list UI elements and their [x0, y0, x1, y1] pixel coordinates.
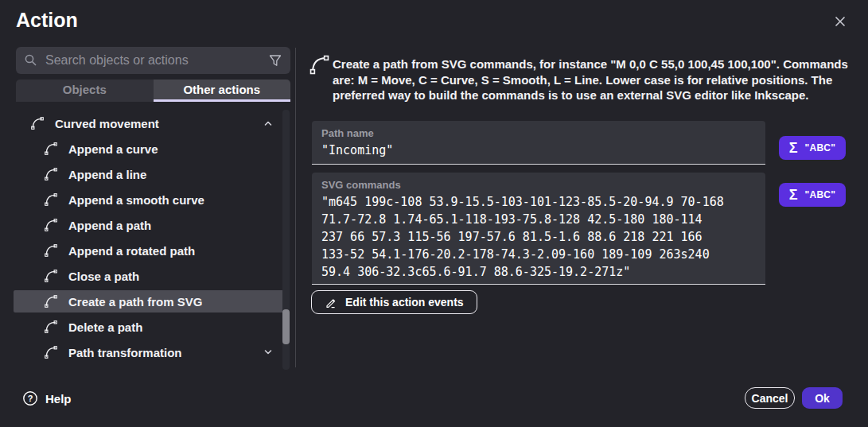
path-name-value[interactable]: "Incoming" — [321, 142, 756, 159]
curve-path-icon — [44, 218, 58, 232]
action-list: Curved movement Append a curve Append a … — [14, 112, 284, 367]
svg-text:?: ? — [28, 394, 33, 403]
edit-action-events-label: Edit this action events — [345, 296, 464, 309]
path-name-field[interactable]: Path name "Incoming" — [312, 121, 765, 165]
chevron-down-icon — [263, 347, 274, 358]
action-list-item-label: Delete a path — [68, 320, 142, 334]
action-list-item-label: Append a smooth curve — [68, 193, 204, 207]
action-list-item[interactable]: Append a line — [14, 163, 284, 185]
action-list-item-label: Append a line — [68, 168, 146, 181]
help-icon[interactable]: ? — [22, 390, 38, 406]
action-list-item-label: Path transformation — [68, 346, 182, 359]
action-list-item[interactable]: Append a rotated path — [14, 239, 284, 262]
help-label[interactable]: Help — [45, 392, 72, 406]
panel-divider — [295, 48, 296, 367]
edit-action-events-button[interactable]: Edit this action events — [311, 290, 477, 314]
tab-bar: Objects Other actions — [16, 80, 290, 102]
action-list-item[interactable]: Append a path — [14, 214, 284, 236]
action-list-item-label: Close a path — [68, 270, 139, 283]
sigma-icon: Σ — [789, 187, 798, 204]
path-name-label: Path name — [321, 127, 756, 139]
tab-objects[interactable]: Objects — [16, 80, 154, 102]
action-list-item[interactable]: Delete a path — [14, 316, 284, 338]
tab-other-actions[interactable]: Other actions — [154, 80, 291, 102]
curve-path-icon — [44, 167, 58, 181]
close-icon — [833, 14, 847, 29]
formula-abc-label: "ABC" — [804, 189, 835, 200]
curve-path-icon — [30, 116, 45, 130]
action-list-item-label: Curved movement — [55, 117, 159, 130]
formula-abc-label: "ABC" — [804, 142, 835, 153]
search-icon — [24, 53, 38, 68]
action-list-item-label: Append a curve — [68, 142, 158, 156]
curve-path-icon — [44, 192, 58, 207]
action-list-item-label: Append a rotated path — [68, 244, 195, 258]
action-list-item[interactable]: Close a path — [14, 265, 284, 287]
curve-path-icon — [44, 142, 58, 156]
close-button[interactable] — [828, 10, 852, 33]
search-input[interactable] — [45, 53, 261, 68]
action-list-item[interactable]: Curved movement — [14, 112, 284, 134]
curve-path-icon — [44, 243, 58, 258]
curve-path-icon — [44, 320, 58, 334]
action-description: Create a path from SVG commands, for ins… — [333, 56, 856, 103]
pencil-icon — [325, 296, 337, 309]
action-list-item-label: Append a path — [68, 219, 151, 232]
chevron-up-icon — [263, 118, 274, 129]
curve-path-icon — [44, 294, 58, 309]
scrollbar-thumb[interactable] — [282, 309, 290, 344]
cancel-button[interactable]: Cancel — [745, 387, 795, 409]
dialog-title: Action — [16, 9, 78, 32]
search-box — [16, 47, 290, 74]
filter-icon[interactable] — [268, 53, 282, 68]
curve-path-icon — [309, 54, 330, 76]
svg-commands-field[interactable]: SVG commands "m645 199c-108 53.9-15.5-10… — [312, 173, 765, 285]
formula-toggle-path-name-button[interactable]: Σ "ABC" — [779, 136, 846, 160]
scrollbar-track[interactable] — [282, 110, 290, 370]
ok-button[interactable]: Ok — [802, 387, 843, 409]
curve-path-icon — [44, 345, 58, 359]
svg-commands-value[interactable]: "m645 199c-108 53.9-15.5-103-101-123-85.… — [321, 193, 756, 281]
action-list-item[interactable]: Append a curve — [14, 138, 284, 160]
svg-commands-label: SVG commands — [321, 179, 756, 191]
action-list-item[interactable]: Create a path from SVG — [14, 290, 284, 312]
action-dialog: Action Objects Other actions Curved move… — [0, 0, 868, 427]
action-list-item[interactable]: Path transformation — [14, 341, 284, 363]
formula-toggle-svg-commands-button[interactable]: Σ "ABC" — [779, 183, 846, 207]
action-list-item-label: Create a path from SVG — [68, 295, 202, 309]
action-list-item[interactable]: Append a smooth curve — [14, 188, 284, 211]
sigma-icon: Σ — [789, 140, 798, 157]
curve-path-icon — [44, 269, 58, 283]
